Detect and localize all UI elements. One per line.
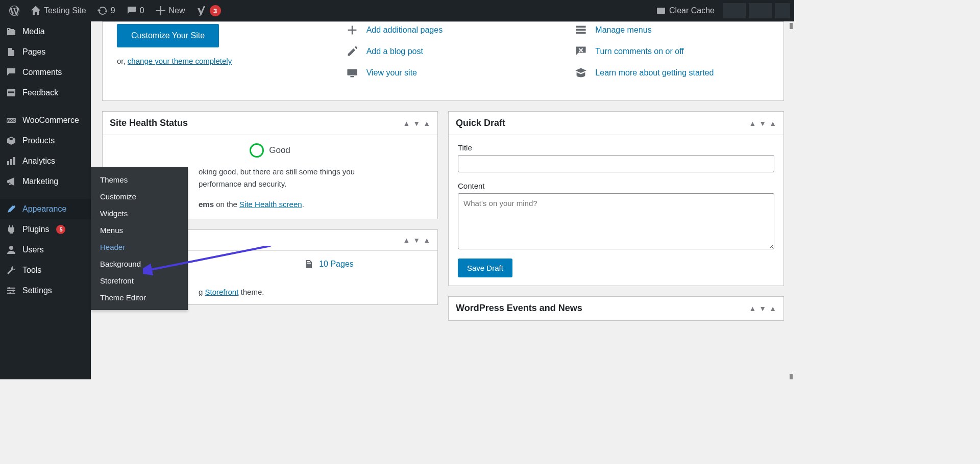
toggle-icon[interactable]: ▲ <box>423 236 430 244</box>
sidebar-item-marketing[interactable]: Marketing <box>0 171 91 192</box>
svg-rect-6 <box>7 161 9 165</box>
comments-toggle-link[interactable]: Turn comments on or off <box>595 47 683 56</box>
events-title: WordPress Events and News <box>456 303 582 314</box>
quick-draft-title: Quick Draft <box>456 118 505 128</box>
svg-rect-19 <box>576 26 586 28</box>
wp-logo[interactable] <box>4 0 24 21</box>
submenu-themes[interactable]: Themes <box>91 171 188 188</box>
submenu-menus[interactable]: Menus <box>91 222 188 239</box>
move-up-icon[interactable]: ▲ <box>403 236 410 244</box>
topbar-block-1[interactable] <box>723 3 746 18</box>
scroll-indicator-bottom <box>790 374 793 379</box>
sidebar-item-users[interactable]: Users <box>0 240 91 260</box>
svg-rect-17 <box>347 69 357 75</box>
svg-rect-8 <box>13 157 15 165</box>
move-up-icon[interactable]: ▲ <box>749 304 756 313</box>
sidebar-item-appearance[interactable]: Appearance <box>0 199 91 219</box>
site-health-title: Site Health Status <box>110 118 188 128</box>
move-down-icon[interactable]: ▼ <box>413 236 420 244</box>
submenu-customize[interactable]: Customize <box>91 188 188 205</box>
customize-site-button[interactable]: Customize Your Site <box>117 24 219 47</box>
yoast-bar[interactable]: 3 <box>191 0 226 21</box>
admin-sidebar: Media Pages Comments Feedback WOO WooCom… <box>0 21 91 379</box>
comments-bar[interactable]: 0 <box>121 0 150 21</box>
sidebar-item-feedback[interactable]: Feedback <box>0 83 91 103</box>
sidebar-item-comments[interactable]: Comments <box>0 62 91 83</box>
content-label: Content <box>458 182 774 190</box>
submenu-widgets[interactable]: Widgets <box>91 205 188 222</box>
sidebar-item-tools[interactable]: Tools <box>0 260 91 280</box>
draft-title-input[interactable] <box>458 155 774 172</box>
site-home[interactable]: Testing Site <box>26 0 91 21</box>
woo-icon: WOO <box>6 115 16 125</box>
title-label: Title <box>458 143 774 152</box>
submenu-header[interactable]: Header <box>91 239 188 255</box>
update-count: 9 <box>111 6 115 15</box>
plus-icon <box>156 6 166 16</box>
sidebar-item-media[interactable]: Media <box>0 21 91 42</box>
view-site-icon <box>346 67 358 79</box>
move-down-icon[interactable]: ▼ <box>759 304 766 313</box>
admin-bar: Testing Site 9 0 New 3 Clear Cache <box>0 0 794 21</box>
sidebar-item-products[interactable]: Products <box>0 131 91 151</box>
new-content[interactable]: New <box>151 0 190 21</box>
plugins-icon <box>6 224 16 235</box>
submenu-theme-editor[interactable]: Theme Editor <box>91 289 188 306</box>
home-icon <box>31 6 41 16</box>
sidebar-item-plugins[interactable]: Plugins 5 <box>0 219 91 240</box>
clear-cache[interactable]: Clear Cache <box>651 0 720 21</box>
add-pages-link[interactable]: Add additional pages <box>366 25 443 35</box>
pages-small-icon <box>304 259 314 269</box>
sidebar-item-pages[interactable]: Pages <box>0 42 91 62</box>
move-up-icon[interactable]: ▲ <box>403 119 410 127</box>
health-status-label: Good <box>269 145 290 156</box>
plus-icon <box>346 24 358 36</box>
sidebar-item-analytics[interactable]: Analytics <box>0 151 91 171</box>
view-site-link[interactable]: View your site <box>366 68 417 78</box>
theme-link[interactable]: Storefront <box>205 288 239 296</box>
marketing-icon <box>6 176 16 187</box>
site-health-screen-link[interactable]: Site Health screen <box>239 200 302 209</box>
svg-text:WOO: WOO <box>7 119 16 122</box>
updates[interactable]: 9 <box>92 0 120 21</box>
settings-icon <box>6 286 16 296</box>
submenu-storefront[interactable]: Storefront <box>91 272 188 289</box>
pages-count-link[interactable]: 10 Pages <box>319 260 354 269</box>
welcome-panel: Customize Your Site or, change your them… <box>102 21 784 101</box>
manage-menus-link[interactable]: Manage menus <box>595 25 651 35</box>
sidebar-item-settings[interactable]: Settings <box>0 280 91 301</box>
toggle-icon[interactable]: ▲ <box>769 304 776 313</box>
yoast-count: 3 <box>210 5 221 16</box>
topbar-block-3[interactable] <box>775 3 790 18</box>
submenu-background[interactable]: Background <box>91 255 188 272</box>
topbar-block-2[interactable] <box>749 3 772 18</box>
toggle-icon[interactable]: ▲ <box>423 119 430 127</box>
appearance-submenu: Themes Customize Widgets Menus Header Ba… <box>91 167 188 310</box>
quick-draft-box: Quick Draft ▲ ▼ ▲ Title Content Save Dra… <box>448 111 784 286</box>
learn-more-link[interactable]: Learn more about getting started <box>595 68 714 78</box>
move-down-icon[interactable]: ▼ <box>413 119 420 127</box>
comment-bubble-icon <box>127 6 137 16</box>
draft-content-input[interactable] <box>458 193 774 249</box>
comment-count: 0 <box>140 6 144 15</box>
pages-icon <box>6 47 16 57</box>
learn-icon <box>575 67 587 79</box>
move-up-icon[interactable]: ▲ <box>749 119 756 127</box>
toggle-icon[interactable]: ▲ <box>769 119 776 127</box>
add-blog-link[interactable]: Add a blog post <box>366 47 423 56</box>
svg-point-9 <box>9 246 13 250</box>
products-icon <box>6 136 16 146</box>
svg-point-15 <box>9 292 11 294</box>
yoast-icon <box>197 6 207 16</box>
svg-rect-21 <box>576 32 586 34</box>
change-theme-link[interactable]: change your theme completely <box>128 57 232 65</box>
comments-icon <box>6 67 16 78</box>
tools-icon <box>6 265 16 275</box>
save-draft-button[interactable]: Save Draft <box>458 259 512 277</box>
svg-rect-7 <box>10 159 12 165</box>
move-down-icon[interactable]: ▼ <box>759 119 766 127</box>
sidebar-item-woocommerce[interactable]: WOO WooCommerce <box>0 110 91 131</box>
plugins-badge: 5 <box>56 225 65 234</box>
update-icon <box>97 6 108 16</box>
svg-rect-20 <box>576 29 586 31</box>
